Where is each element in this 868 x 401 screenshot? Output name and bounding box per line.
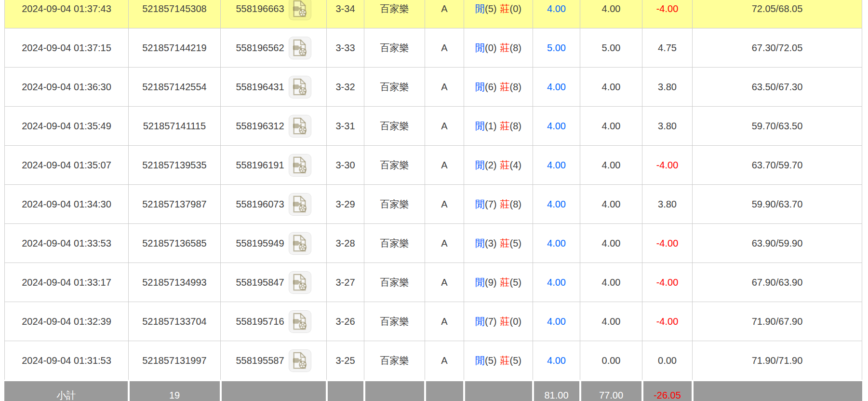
cell-round-number: 3-26 xyxy=(327,302,364,341)
table-row: 2024-09-04 01:33:53 521857136585 5581959… xyxy=(5,224,862,263)
player-result-label: 閒 xyxy=(475,121,485,131)
cell-table-code: A xyxy=(425,185,464,224)
round-id-text: 558195949 xyxy=(236,238,284,249)
video-replay-button[interactable] xyxy=(289,76,311,98)
cell-bet-id: 521857133704 xyxy=(129,302,221,341)
cell-valid-bet: 4.00 xyxy=(580,68,642,107)
cell-table-code: A xyxy=(425,68,464,107)
player-result-points: (1) xyxy=(485,121,496,131)
table-row: 2024-09-04 01:32:39 521857133704 5581957… xyxy=(5,302,862,341)
cell-balance: 67.30/72.05 xyxy=(693,28,862,68)
cell-result: 閒(5)莊(0) xyxy=(464,0,533,28)
video-replay-button[interactable] xyxy=(289,271,311,294)
player-result-points: (7) xyxy=(485,199,496,209)
subtotal-count: 19 xyxy=(129,381,221,401)
cell-game-type: 百家樂 xyxy=(364,302,425,341)
cell-result: 閒(9)莊(5) xyxy=(464,263,533,302)
video-replay-button[interactable] xyxy=(289,349,311,372)
round-id-text: 558196431 xyxy=(236,82,284,93)
bet-amount-link[interactable]: 4.00 xyxy=(547,238,566,249)
video-replay-button[interactable] xyxy=(289,37,311,59)
cell-round-number: 3-32 xyxy=(327,68,364,107)
cell-bet-time: 2024-09-04 01:31:53 xyxy=(5,341,129,381)
video-replay-button[interactable] xyxy=(289,232,311,255)
cell-game-type: 百家樂 xyxy=(364,263,425,302)
banker-result-label: 莊 xyxy=(500,160,510,170)
cell-result: 閒(7)莊(8) xyxy=(464,185,533,224)
cell-result: 閒(1)莊(8) xyxy=(464,107,533,146)
cell-win-loss: -4.00 xyxy=(642,302,693,341)
bet-amount-link[interactable]: 4.00 xyxy=(547,121,566,131)
cell-win-loss: 0.00 xyxy=(642,341,693,381)
bet-amount-link[interactable]: 4.00 xyxy=(547,3,566,14)
player-result-points: (2) xyxy=(485,160,496,170)
table-row: 2024-09-04 01:37:43 521857145308 5581966… xyxy=(5,0,862,28)
cell-result: 閒(2)莊(4) xyxy=(464,146,533,185)
cell-round-id: 558196562 xyxy=(221,28,327,68)
table-row: 2024-09-04 01:34:30 521857137987 5581960… xyxy=(5,185,862,224)
player-result-label: 閒 xyxy=(475,277,485,288)
player-result-points: (5) xyxy=(485,3,496,14)
cell-game-type: 百家樂 xyxy=(364,185,425,224)
player-result-points: (9) xyxy=(485,277,496,288)
cell-round-number: 3-28 xyxy=(327,224,364,263)
cell-bet-amount: 4.00 xyxy=(533,341,580,381)
video-replay-button[interactable] xyxy=(289,193,311,216)
round-id-text: 558196562 xyxy=(236,42,284,54)
cell-table-code: A xyxy=(425,224,464,263)
cell-win-loss: 3.80 xyxy=(642,68,693,107)
bet-amount-link[interactable]: 4.00 xyxy=(547,355,566,366)
cell-bet-amount: 4.00 xyxy=(533,68,580,107)
cell-game-type: 百家樂 xyxy=(364,146,425,185)
cell-bet-amount: 4.00 xyxy=(533,224,580,263)
cell-bet-amount: 4.00 xyxy=(533,146,580,185)
cell-bet-time: 2024-09-04 01:34:30 xyxy=(5,185,129,224)
table-row: 2024-09-04 01:31:53 521857131997 5581955… xyxy=(5,341,862,381)
cell-result: 閒(3)莊(5) xyxy=(464,224,533,263)
video-file-icon xyxy=(292,156,308,174)
round-id-text: 558196663 xyxy=(236,3,284,14)
video-file-icon xyxy=(292,0,308,18)
video-replay-button[interactable] xyxy=(289,0,311,20)
cell-bet-amount: 4.00 xyxy=(533,0,580,28)
video-file-icon xyxy=(292,39,308,57)
player-result-label: 閒 xyxy=(475,355,485,366)
banker-result-label: 莊 xyxy=(500,316,510,327)
banker-result-label: 莊 xyxy=(500,3,510,14)
bet-amount-link[interactable]: 4.00 xyxy=(547,277,566,288)
cell-bet-id: 521857131997 xyxy=(129,341,221,381)
banker-result-label: 莊 xyxy=(500,121,510,131)
subtotal-empty-cell xyxy=(221,381,327,401)
cell-game-type: 百家樂 xyxy=(364,224,425,263)
video-replay-button[interactable] xyxy=(289,154,311,177)
bet-amount-link[interactable]: 4.00 xyxy=(547,199,566,209)
cell-round-id: 558195716 xyxy=(221,302,327,341)
cell-valid-bet: 4.00 xyxy=(580,224,642,263)
cell-bet-amount: 4.00 xyxy=(533,263,580,302)
subtotal-empty-cell xyxy=(693,381,862,401)
bet-amount-link[interactable]: 4.00 xyxy=(547,316,566,327)
cell-game-type: 百家樂 xyxy=(364,68,425,107)
cell-bet-time: 2024-09-04 01:37:43 xyxy=(5,0,129,28)
player-result-label: 閒 xyxy=(475,199,485,209)
player-result-points: (3) xyxy=(485,238,496,249)
video-replay-button[interactable] xyxy=(289,310,311,333)
cell-win-loss: -4.00 xyxy=(642,146,693,185)
cell-win-loss: -4.00 xyxy=(642,224,693,263)
bet-amount-link[interactable]: 4.00 xyxy=(547,160,566,170)
cell-game-type: 百家樂 xyxy=(364,28,425,68)
cell-table-code: A xyxy=(425,263,464,302)
cell-bet-id: 521857142554 xyxy=(129,68,221,107)
banker-result-points: (5) xyxy=(510,238,521,249)
video-replay-button[interactable] xyxy=(289,115,311,138)
subtotal-row: 小計 19 81.00 77.00 -26.05 xyxy=(5,381,862,401)
round-id-text: 558196312 xyxy=(236,121,284,132)
subtotal-winloss-total: -26.05 xyxy=(642,381,693,401)
banker-result-label: 莊 xyxy=(500,355,510,366)
bet-amount-link[interactable]: 4.00 xyxy=(547,82,566,92)
cell-bet-time: 2024-09-04 01:35:07 xyxy=(5,146,129,185)
cell-round-id: 558195587 xyxy=(221,341,327,381)
bet-amount-link[interactable]: 5.00 xyxy=(547,42,566,53)
round-id-text: 558195847 xyxy=(236,277,284,288)
subtotal-label: 小計 xyxy=(5,381,129,401)
